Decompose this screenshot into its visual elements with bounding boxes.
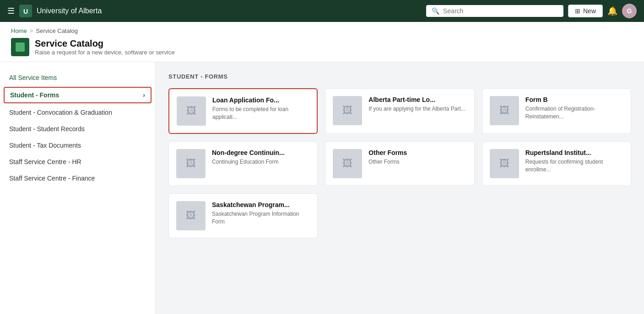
card-description: Confirmation of Registration-Reinstateme… [525, 105, 623, 121]
card-body: Rupertsland Institut... Requests for con… [525, 149, 623, 174]
breadcrumb-separator: > [30, 27, 33, 34]
card-description: If you are applying for the Alberta Part… [368, 105, 466, 113]
page-title: Service Catalog [35, 38, 175, 49]
nav-title: University of Alberta [37, 7, 102, 15]
sidebar: All Service Items Student - Forms › Stud… [0, 62, 156, 314]
sidebar-item-staff-finance[interactable]: Staff Service Centre - Finance [0, 170, 155, 186]
search-bar[interactable]: 🔍 [426, 5, 563, 17]
card-body: Form B Confirmation of Registration-Rein… [525, 96, 623, 121]
card-thumbnail: 🖼 [333, 96, 362, 125]
nav-right: 🔍 ⊞ New 🔔 G [426, 4, 637, 18]
chevron-right-icon: › [143, 91, 145, 99]
card-description: Requests for confirming student enrollme… [525, 158, 623, 174]
search-input[interactable] [443, 7, 558, 15]
card-rupertsland[interactable]: 🖼 Rupertsland Institut... Requests for c… [482, 141, 631, 186]
card-form-b[interactable]: 🖼 Form B Confirmation of Registration-Re… [482, 88, 631, 134]
card-title: Rupertsland Institut... [525, 149, 623, 156]
cards-grid: 🖼 Loan Application Fo... Forms to be com… [168, 88, 631, 238]
content-area: STUDENT - FORMS 🖼 Loan Application Fo...… [156, 62, 644, 314]
page-title-row: Service Catalog Raise a request for a ne… [11, 38, 633, 62]
card-body: Non-degree Continuin... Continuing Educa… [212, 149, 310, 166]
card-thumbnail: 🖼 [490, 96, 519, 125]
sidebar-item-label: Staff Service Centre - HR [9, 158, 81, 165]
card-thumbnail: 🖼 [490, 149, 519, 178]
sidebar-item-staff-hr[interactable]: Staff Service Centre - HR [0, 154, 155, 170]
sidebar-item-all[interactable]: All Service Items [0, 69, 155, 86]
image-placeholder-icon: 🖼 [342, 105, 352, 117]
card-body: Alberta Part-time Lo... If you are apply… [368, 96, 466, 113]
avatar[interactable]: G [622, 4, 637, 18]
catalog-icon-inner [16, 43, 25, 52]
card-thumbnail: 🖼 [176, 149, 206, 178]
card-title: Other Forms [368, 149, 466, 156]
card-saskatchewan[interactable]: 🖼 Saskatchewan Program... Saskatchewan P… [168, 193, 318, 238]
card-thumbnail: 🖼 [333, 149, 362, 178]
catalog-icon [11, 38, 29, 56]
image-placeholder-icon: 🖼 [186, 210, 196, 222]
card-title: Saskatchewan Program... [212, 201, 310, 208]
image-placeholder-icon: 🖼 [499, 158, 509, 170]
plus-icon: ⊞ [575, 7, 580, 15]
image-placeholder-icon: 🖼 [499, 105, 509, 117]
card-other-forms[interactable]: 🖼 Other Forms Other Forms [325, 141, 474, 186]
hamburger-icon[interactable]: ☰ [7, 6, 15, 16]
sidebar-item-records[interactable]: Student - Student Records [0, 121, 155, 137]
card-title: Non-degree Continuin... [212, 149, 310, 156]
card-thumbnail: 🖼 [176, 201, 206, 230]
card-title: Loan Application Fo... [212, 96, 309, 104]
sidebar-item-label: Student - Convocation & Graduation [9, 109, 112, 116]
image-placeholder-icon: 🖼 [186, 105, 196, 117]
page-title-text: Service Catalog Raise a request for a ne… [35, 38, 175, 56]
sidebar-item-label: Staff Service Centre - Finance [9, 175, 95, 182]
top-navigation: ☰ U University of Alberta 🔍 ⊞ New 🔔 G [0, 0, 644, 22]
new-button[interactable]: ⊞ New [568, 5, 603, 17]
main-layout: All Service Items Student - Forms › Stud… [0, 62, 644, 314]
card-title: Form B [525, 96, 623, 103]
sidebar-item-label: Student - Forms [10, 91, 59, 99]
sidebar-item-student-forms[interactable]: Student - Forms › [4, 87, 152, 103]
sidebar-item-label: Student - Tax Documents [9, 142, 81, 149]
sidebar-item-label: Student - Student Records [9, 125, 85, 133]
breadcrumb-current: Service Catalog [36, 27, 78, 34]
page-header: Home > Service Catalog Service Catalog R… [0, 22, 644, 62]
bell-icon[interactable]: 🔔 [607, 6, 617, 16]
image-placeholder-icon: 🖼 [186, 158, 196, 170]
card-title: Alberta Part-time Lo... [368, 96, 466, 103]
nav-left: ☰ U University of Alberta [7, 5, 421, 17]
card-nondegree[interactable]: 🖼 Non-degree Continuin... Continuing Edu… [168, 141, 318, 186]
card-thumbnail: 🖼 [177, 96, 206, 126]
new-button-label: New [583, 7, 596, 15]
breadcrumb-home[interactable]: Home [11, 27, 27, 34]
search-icon: 🔍 [432, 7, 439, 15]
card-body: Loan Application Fo... Forms to be compl… [212, 96, 309, 121]
image-placeholder-icon: 🖼 [342, 158, 352, 170]
card-body: Saskatchewan Program... Saskatchewan Pro… [212, 201, 310, 226]
section-title: STUDENT - FORMS [168, 73, 631, 80]
card-description: Other Forms [368, 158, 466, 166]
university-logo-icon: U [19, 5, 32, 17]
card-alberta-parttime[interactable]: 🖼 Alberta Part-time Lo... If you are app… [325, 88, 474, 134]
card-body: Other Forms Other Forms [368, 149, 466, 166]
card-description: Saskatchewan Program Information Form [212, 210, 310, 226]
card-description: Forms to be completed for loan applicati… [212, 106, 309, 121]
card-loan-application[interactable]: 🖼 Loan Application Fo... Forms to be com… [168, 88, 318, 134]
sidebar-item-tax[interactable]: Student - Tax Documents [0, 137, 155, 154]
svg-text:U: U [23, 8, 28, 15]
sidebar-item-convocation[interactable]: Student - Convocation & Graduation [0, 104, 155, 121]
page-subtitle: Raise a request for a new device, softwa… [35, 49, 175, 56]
card-description: Continuing Education Form [212, 158, 310, 166]
breadcrumb: Home > Service Catalog [11, 27, 633, 38]
